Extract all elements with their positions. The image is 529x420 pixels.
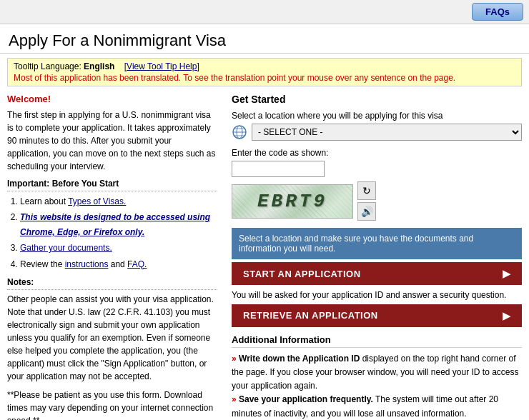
top-bar: FAQs bbox=[0, 0, 529, 24]
notes-text: Other people can assist you with your vi… bbox=[7, 293, 217, 383]
list-item: Gather your documents. bbox=[20, 241, 217, 255]
tooltip-help-link[interactable]: [View Tool Tip Help] bbox=[124, 61, 199, 71]
captcha-image: EBRT9 bbox=[232, 184, 353, 219]
captcha-area: EBRT9 ↻ 🔊 bbox=[232, 181, 522, 221]
start-arrow-icon: ▶ bbox=[503, 268, 511, 279]
right-column: Get Started Select a location where you … bbox=[229, 94, 522, 420]
audio-captcha-button[interactable]: 🔊 bbox=[357, 202, 376, 221]
refresh-captcha-button[interactable]: ↻ bbox=[357, 181, 376, 200]
retrieve-application-button[interactable]: RETRIEVE AN APPLICATION ▶ bbox=[232, 304, 522, 327]
start-application-button[interactable]: START AN APPLICATION ▶ bbox=[232, 262, 522, 285]
location-row: - SELECT ONE - bbox=[232, 124, 522, 141]
retrieve-note: You will be asked for your application I… bbox=[232, 289, 522, 301]
gather-documents-link[interactable]: Gather your documents. bbox=[20, 243, 112, 253]
get-started-heading: Get Started bbox=[232, 94, 522, 105]
page-title: Apply For a Nonimmigrant Visa bbox=[9, 31, 520, 50]
retrieve-arrow-icon: ▶ bbox=[503, 310, 511, 321]
code-input[interactable] bbox=[232, 161, 325, 177]
welcome-heading: Welcome! bbox=[7, 94, 217, 104]
additional-info-item-2: Save your application frequently. The sy… bbox=[232, 393, 522, 420]
additional-info: Additional Information Write down the Ap… bbox=[232, 334, 522, 420]
globe-icon bbox=[232, 124, 247, 140]
page-title-area: Apply For a Nonimmigrant Visa bbox=[0, 24, 529, 54]
welcome-text: The first step in applying for a U.S. no… bbox=[7, 109, 217, 173]
location-select[interactable]: - SELECT ONE - bbox=[252, 124, 522, 141]
types-of-visas-link[interactable]: Types of Visas. bbox=[68, 196, 126, 206]
code-label: Enter the code as shown: bbox=[232, 148, 522, 158]
tooltip-label: Tooltip Language: bbox=[14, 61, 81, 71]
notes-text2: **Please be patient as you use this form… bbox=[7, 389, 217, 420]
captcha-controls: ↻ 🔊 bbox=[357, 181, 376, 221]
location-select-label: Select a location where you will be appl… bbox=[232, 111, 522, 121]
tooltip-bar: Tooltip Language: English [View Tool Tip… bbox=[7, 58, 522, 86]
additional-info-heading: Additional Information bbox=[232, 334, 522, 348]
list-item: Review the instructions and FAQ. bbox=[20, 257, 217, 271]
browser-requirement-link[interactable]: This website is designed to be accessed … bbox=[20, 212, 210, 236]
before-start-list: Learn about Types of Visas. This website… bbox=[7, 194, 217, 271]
tooltip-language: English bbox=[84, 61, 114, 71]
translation-notice: Most of this application has been transl… bbox=[14, 73, 515, 83]
info-box: Select a location and make sure you have… bbox=[232, 228, 522, 259]
faq-link[interactable]: FAQ. bbox=[127, 259, 147, 269]
additional-info-item-1: Write down the Application ID displayed … bbox=[232, 352, 522, 394]
left-column: Welcome! The first step in applying for … bbox=[7, 94, 229, 420]
list-item: This website is designed to be accessed … bbox=[20, 210, 217, 239]
main-content: Welcome! The first step in applying for … bbox=[0, 91, 529, 420]
notes-heading: Notes: bbox=[7, 277, 217, 290]
before-start-heading: Important: Before You Start bbox=[7, 179, 217, 191]
instructions-link[interactable]: instructions bbox=[65, 259, 109, 269]
list-item: Learn about Types of Visas. bbox=[20, 194, 217, 209]
faq-button[interactable]: FAQs bbox=[472, 3, 523, 21]
